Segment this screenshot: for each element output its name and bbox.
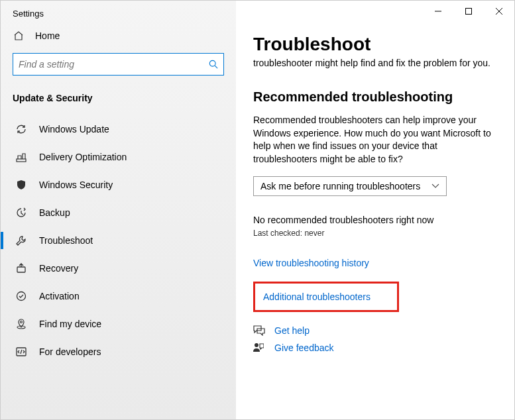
section-description: Recommended troubleshooters can help imp… (253, 114, 497, 166)
dropdown-value: Ask me before running troubleshooters (260, 181, 420, 191)
sidebar: Settings Home Update & Security Windows … (1, 1, 236, 419)
main-panel: Troubleshoot troubleshooter might help f… (236, 1, 514, 419)
category-title: Update & Security (1, 87, 236, 115)
minimize-button[interactable] (423, 1, 453, 22)
shield-icon (15, 180, 27, 190)
content-area: Troubleshoot troubleshooter might help f… (236, 22, 514, 419)
additional-troubleshooters-link[interactable]: Additional troubleshooters (253, 282, 399, 312)
search-icon (209, 60, 218, 69)
close-button[interactable] (484, 1, 514, 22)
maximize-button[interactable] (453, 1, 484, 22)
sidebar-item-recovery[interactable]: Recovery (1, 254, 236, 282)
sidebar-item-windows-security[interactable]: Windows Security (1, 171, 236, 199)
section-title: Recommended troubleshooting (253, 89, 497, 105)
svg-point-8 (255, 343, 258, 347)
sidebar-item-activation[interactable]: Activation (1, 282, 236, 310)
sidebar-item-label: Activation (39, 291, 80, 301)
frequency-dropdown[interactable]: Ask me before running troubleshooters (253, 176, 447, 196)
sidebar-item-label: For developers (39, 346, 101, 357)
get-help-label: Get help (274, 325, 310, 336)
sidebar-item-find-my-device[interactable]: Find my device (1, 310, 236, 338)
search-box[interactable] (13, 53, 224, 76)
svg-rect-2 (17, 267, 25, 272)
check-icon (15, 291, 27, 301)
svg-point-0 (209, 60, 215, 66)
home-icon (13, 30, 25, 41)
svg-rect-7 (466, 9, 472, 15)
nav-list: Windows UpdateDelivery OptimizationWindo… (1, 115, 236, 366)
intro-text: troubleshooter might help find and fix t… (253, 58, 497, 68)
sidebar-item-windows-update[interactable]: Windows Update (1, 115, 236, 143)
sidebar-item-for-developers[interactable]: For developers (1, 338, 236, 366)
support-links: Get help Give feedback (253, 325, 497, 353)
home-button[interactable]: Home (1, 24, 236, 49)
sidebar-item-delivery-optimization[interactable]: Delivery Optimization (1, 143, 236, 171)
sidebar-item-label: Windows Security (39, 180, 113, 190)
feedback-icon (253, 342, 265, 353)
svg-rect-1 (17, 159, 26, 162)
wrench-icon (15, 235, 27, 246)
history-link[interactable]: View troubleshooting history (253, 258, 497, 268)
backup-icon (15, 207, 27, 218)
search-input[interactable] (19, 59, 209, 70)
page-title: Troubleshoot (253, 34, 497, 55)
location-icon (15, 319, 27, 329)
svg-point-5 (21, 321, 23, 323)
sidebar-item-label: Find my device (39, 319, 101, 329)
sidebar-item-backup[interactable]: Backup (1, 199, 236, 227)
home-label: Home (35, 30, 60, 41)
get-help-row[interactable]: Get help (253, 325, 497, 336)
sidebar-item-label: Recovery (39, 263, 78, 274)
sidebar-item-label: Windows Update (39, 124, 109, 134)
window-title: Settings (1, 1, 236, 24)
delivery-icon (15, 152, 27, 162)
give-feedback-row[interactable]: Give feedback (253, 342, 497, 353)
status-text: No recommended troubleshooters right now (253, 215, 497, 225)
titlebar (236, 1, 514, 22)
recovery-icon (15, 263, 27, 274)
sidebar-item-label: Backup (39, 207, 70, 218)
give-feedback-label: Give feedback (274, 342, 334, 353)
sync-icon (15, 124, 27, 134)
last-checked: Last checked: never (253, 229, 497, 238)
devs-icon (15, 346, 27, 357)
svg-point-3 (17, 292, 26, 301)
sidebar-item-label: Delivery Optimization (39, 152, 127, 162)
sidebar-item-label: Troubleshoot (39, 235, 93, 246)
chat-icon (253, 325, 265, 336)
sidebar-item-troubleshoot[interactable]: Troubleshoot (1, 227, 236, 254)
chevron-down-icon (431, 184, 439, 189)
